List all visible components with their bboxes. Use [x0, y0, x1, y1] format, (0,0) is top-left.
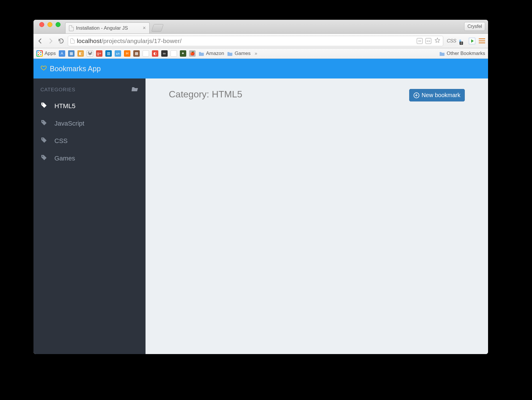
code-toggle-icon[interactable]: <> [425, 38, 431, 44]
tag-icon [40, 119, 47, 128]
svg-point-1 [460, 40, 461, 40]
category-item[interactable]: HTML5 [33, 97, 146, 115]
window-controls [37, 20, 62, 33]
new-bookmark-button[interactable]: + New bookmark [409, 89, 465, 101]
browser-window: Installation - Angular JS × Crysfel loca… [33, 20, 488, 354]
category-item[interactable]: JavaScript [33, 115, 146, 132]
device-toggle-icon[interactable]: ▭ [417, 38, 423, 44]
bookmark-icon[interactable]: ▦ [68, 50, 75, 57]
browser-tab[interactable]: Installation - Angular JS × [65, 22, 150, 33]
extensions: CSS 0 [446, 38, 485, 44]
browser-toolbar: localhost/projects/angularjs/17-bower/ ▭… [33, 34, 488, 48]
profile-button[interactable]: Crysfel [464, 22, 485, 31]
category-label: CSS [54, 137, 68, 145]
page-title-prefix: Category: [169, 89, 212, 99]
overflow-chevrons-icon[interactable]: » [253, 51, 258, 56]
bookmarks-bar: Apps A ▦ ◧ 🐼 g+ ▥ ᔕ H ▩ ⛰ ◐ ∞ ◉ ✦ 🍎 Amaz… [33, 48, 488, 59]
app-viewport: Bookmarks App CATEGORIES HTML5 JavaScrip… [33, 59, 488, 354]
svg-point-2 [42, 103, 43, 104]
app-brand[interactable]: Bookmarks App [33, 59, 146, 78]
brand-text: Bookmarks App [50, 65, 101, 73]
folder-icon [439, 51, 445, 56]
tag-icon [40, 137, 47, 145]
apps-icon [36, 50, 43, 57]
bookmark-icon[interactable]: ▥ [105, 50, 112, 57]
zoom-window-button[interactable] [56, 22, 61, 27]
extension-badge: 0 [460, 42, 463, 45]
css-extension-icon[interactable]: CSS [448, 38, 455, 44]
other-bookmarks-label: Other Bookmarks [447, 51, 485, 56]
folder-icon [227, 51, 233, 56]
chrome-menu-icon[interactable] [479, 38, 485, 43]
bookmark-icon[interactable]: ⛰ [143, 50, 149, 57]
page-title-category: HTML5 [212, 89, 242, 99]
url-path: /projects/angularjs/17-bower/ [102, 38, 182, 44]
bookmark-icon[interactable]: A [59, 50, 65, 57]
folder-icon [198, 51, 204, 56]
svg-point-4 [42, 138, 43, 139]
url-host: localhost [77, 38, 102, 44]
folder-label: Amazon [206, 51, 224, 56]
svg-point-5 [42, 156, 43, 157]
category-list: HTML5 JavaScript CSS Games [33, 97, 146, 167]
bookmark-icon[interactable]: ∞ [161, 50, 168, 57]
main-content: Category: HTML5 + New bookmark [146, 59, 488, 354]
bookmark-icon[interactable]: ◐ [152, 50, 158, 57]
category-item[interactable]: CSS [33, 132, 146, 150]
bookmark-folder-amazon[interactable]: Amazon [198, 51, 224, 56]
bookmark-icon[interactable]: ◧ [77, 50, 84, 57]
address-bar[interactable]: localhost/projects/angularjs/17-bower/ ▭… [68, 36, 443, 46]
bookmark-icon[interactable]: 🍎 [189, 50, 196, 57]
bookmark-folder-games[interactable]: Games [227, 51, 251, 56]
bookmark-icon[interactable]: g+ [96, 50, 102, 57]
folder-open-icon[interactable] [132, 86, 139, 93]
bookmark-icon[interactable]: ◉ [171, 50, 177, 57]
bookmark-icon[interactable]: 🐼 [87, 50, 93, 57]
svg-point-0 [460, 40, 460, 40]
category-label: HTML5 [54, 102, 75, 110]
minimize-window-button[interactable] [47, 22, 52, 27]
back-button[interactable] [36, 37, 44, 45]
bookmark-icon[interactable]: H [124, 50, 130, 57]
topbar-fill [146, 59, 488, 78]
plus-circle-icon: + [414, 92, 419, 98]
bookmark-icon[interactable]: ▩ [133, 50, 140, 57]
svg-point-3 [42, 121, 43, 122]
category-label: Games [54, 155, 75, 162]
apps-label: Apps [45, 51, 56, 56]
categories-header: CATEGORIES [33, 78, 146, 97]
apps-shortcut[interactable]: Apps [36, 50, 56, 57]
categories-title: CATEGORIES [40, 87, 75, 93]
omnibox-actions: ▭ <> [417, 37, 441, 45]
tag-icon [40, 102, 47, 110]
url-text: localhost/projects/angularjs/17-bower/ [77, 38, 182, 44]
tab-strip: Installation - Angular JS × Crysfel [33, 20, 488, 34]
other-bookmarks[interactable]: Other Bookmarks [439, 51, 485, 56]
reload-button[interactable] [57, 37, 65, 45]
page-icon [69, 25, 74, 31]
category-item[interactable]: Games [33, 150, 146, 167]
close-window-button[interactable] [39, 22, 44, 27]
bookmark-star-icon[interactable] [434, 37, 441, 45]
folder-label: Games [235, 51, 251, 56]
page-title: Category: HTML5 [169, 89, 242, 100]
ghostery-extension-icon[interactable]: 0 [458, 38, 465, 44]
profile-name: Crysfel [467, 24, 482, 29]
tab-title: Installation - Angular JS [76, 25, 128, 31]
new-bookmark-label: New bookmark [422, 92, 460, 99]
site-icon [70, 38, 75, 44]
sidebar: Bookmarks App CATEGORIES HTML5 JavaScrip… [33, 59, 146, 354]
tab-close-icon[interactable]: × [143, 25, 146, 31]
bookmark-icon[interactable]: ᔕ [115, 50, 121, 57]
play-extension-icon[interactable] [469, 38, 475, 44]
bookmark-icon[interactable]: ✦ [180, 50, 186, 57]
heart-icon [40, 65, 47, 73]
tag-icon [40, 154, 47, 163]
new-tab-button[interactable] [151, 24, 164, 32]
category-label: JavaScript [54, 120, 84, 127]
forward-button[interactable] [47, 37, 54, 45]
